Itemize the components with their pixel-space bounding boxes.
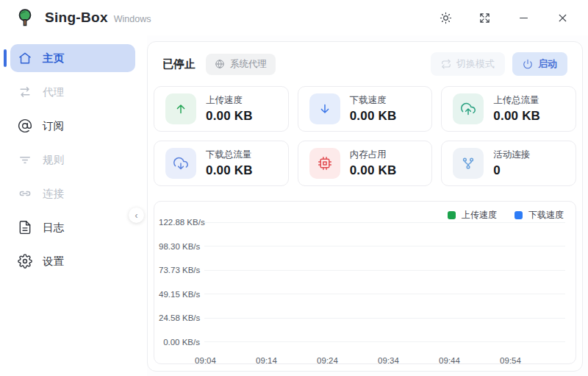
gridline: [204, 294, 565, 294]
x-axis-tick: 09:04: [175, 356, 236, 365]
stat-card-active-connections: 活动连接 0: [441, 141, 576, 186]
sidebar-item-label: 主页: [43, 52, 64, 65]
y-axis-tick: 122.88 KB/s: [159, 218, 204, 227]
cloud-download-icon: [165, 148, 196, 179]
at-sign-icon: [18, 118, 32, 133]
y-axis-tick: 49.15 KB/s: [159, 290, 204, 299]
cloud-upload-icon: [453, 93, 484, 124]
stat-value: 0.00 KB: [493, 109, 540, 124]
globe-icon: [215, 59, 225, 69]
sidebar-item-subscription[interactable]: 订阅: [10, 112, 135, 140]
link-icon: [18, 186, 32, 201]
stat-label: 活动连接: [493, 149, 530, 161]
stat-value: 0.00 KB: [206, 109, 253, 124]
stat-cards: 上传速度 0.00 KB 下载速度 0.00 KB 上传总流量 0.00 KB: [154, 86, 576, 186]
filter-icon: [18, 152, 32, 167]
stat-card-memory: 内存占用 0.00 KB: [298, 141, 433, 186]
y-axis-tick: 24.58 KB/s: [159, 313, 204, 322]
fullscreen-expand-icon[interactable]: [478, 11, 491, 24]
power-icon: [523, 59, 533, 69]
download-legend-swatch: [514, 211, 523, 219]
legend-label: 下载速度: [528, 209, 564, 221]
panel-header: 已停止 系统代理 切换模式 启动: [154, 52, 576, 76]
sidebar-item-label: 设置: [43, 255, 64, 269]
legend-label: 上传速度: [462, 209, 497, 221]
gear-icon: [18, 254, 32, 269]
app-title: Sing-Box: [45, 10, 108, 26]
stat-label: 下载速度: [350, 94, 397, 107]
arrow-down-icon: [309, 93, 340, 124]
sidebar-item-label: 代理: [43, 85, 64, 99]
legend-upload-speed[interactable]: 上传速度: [448, 209, 497, 221]
sidebar-item-rules[interactable]: 规则: [10, 146, 135, 174]
main-panel: 已停止 系统代理 切换模式 启动 上传速度 0.00 KB: [147, 41, 583, 372]
sidebar-item-settings[interactable]: 设置: [10, 247, 135, 275]
stat-value: 0: [493, 163, 530, 178]
gridline: [204, 246, 565, 246]
x-axis-tick: 09:54: [480, 356, 541, 365]
network-branch-icon: [453, 148, 484, 179]
window-controls: [439, 11, 569, 24]
arrow-up-icon: [165, 93, 196, 124]
x-axis-tick: 09:44: [419, 356, 480, 365]
stat-card-upload-speed: 上传速度 0.00 KB: [154, 86, 289, 132]
x-axis-tick: 09:34: [358, 356, 419, 365]
app-logo-tree-icon: [15, 7, 35, 28]
sidebar-item-home[interactable]: 主页: [10, 44, 135, 72]
legend-download-speed[interactable]: 下载速度: [514, 209, 564, 221]
traffic-chart: 上传速度 下载速度 122.88 KB/s 98.30 KB/s 73.73 K…: [154, 201, 576, 364]
sidebar-item-label: 连接: [43, 187, 64, 201]
system-proxy-badge: 系统代理: [206, 54, 276, 75]
sidebar-item-label: 日志: [43, 221, 64, 235]
x-axis-tick: 09:14: [236, 356, 297, 365]
switch-mode-button[interactable]: 切换模式: [431, 52, 505, 76]
swap-arrows-icon: [18, 85, 32, 99]
gridline: [204, 318, 565, 319]
sidebar-item-label: 规则: [43, 153, 64, 167]
chart-legend: 上传速度 下载速度: [448, 209, 564, 221]
theme-sun-icon[interactable]: [439, 11, 452, 24]
sidebar-item-label: 订阅: [43, 119, 64, 133]
stat-label: 内存占用: [350, 149, 397, 161]
chevron-left-icon: ‹: [135, 210, 138, 221]
stat-card-download-total: 下载总流量 0.00 KB: [154, 141, 289, 186]
repeat-icon: [441, 59, 451, 69]
home-icon: [18, 51, 32, 65]
service-status: 已停止: [162, 57, 196, 71]
sidebar-item-proxy[interactable]: 代理: [10, 78, 135, 106]
y-axis-tick: 0.00 KB/s: [159, 338, 204, 347]
upload-legend-swatch: [448, 211, 456, 219]
x-axis: 09:04 09:14 09:24 09:34 09:44 09:54: [175, 354, 565, 365]
sidebar-collapse-button[interactable]: ‹: [129, 207, 144, 223]
switch-mode-label: 切换模式: [456, 57, 495, 71]
stat-value: 0.00 KB: [350, 109, 397, 124]
sidebar-item-connections[interactable]: 连接: [10, 180, 135, 207]
file-text-icon: [18, 220, 32, 235]
sidebar-item-logs[interactable]: 日志: [10, 213, 135, 241]
close-icon[interactable]: [556, 11, 569, 24]
stat-value: 0.00 KB: [350, 163, 397, 178]
stat-card-upload-total: 上传总流量 0.00 KB: [441, 86, 576, 132]
start-button[interactable]: 启动: [512, 52, 567, 76]
stat-card-download-speed: 下载速度 0.00 KB: [298, 86, 433, 132]
stat-value: 0.00 KB: [206, 163, 253, 178]
cpu-chip-icon: [309, 148, 340, 179]
app-subtitle: Windows: [114, 14, 151, 24]
gridline: [204, 341, 565, 342]
gridline: [204, 270, 565, 271]
minimize-icon[interactable]: [517, 11, 530, 24]
y-axis-tick: 98.30 KB/s: [159, 242, 204, 251]
stat-label: 上传总流量: [493, 94, 540, 107]
stat-label: 上传速度: [206, 94, 253, 107]
sidebar: 主页 代理 订阅 规则 连接 日志 设置: [0, 35, 147, 376]
stat-label: 下载总流量: [206, 149, 253, 161]
system-proxy-label: 系统代理: [230, 58, 267, 71]
gridline: [204, 222, 565, 223]
y-axis-tick: 73.73 KB/s: [159, 266, 204, 274]
chart-plot-area: 122.88 KB/s 98.30 KB/s 73.73 KB/s 49.15 …: [159, 210, 565, 354]
x-axis-tick: 09:24: [297, 356, 358, 365]
start-label: 启动: [538, 57, 557, 71]
titlebar: Sing-Box Windows: [0, 0, 588, 35]
